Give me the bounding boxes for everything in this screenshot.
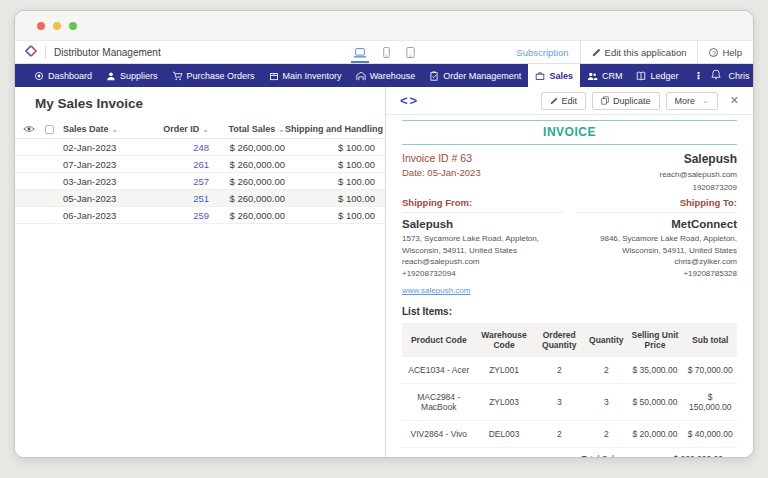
subscription-link[interactable]: Subscription xyxy=(505,41,579,63)
help-button[interactable]: ? Help xyxy=(697,41,753,63)
nav-item-sales[interactable]: Sales xyxy=(528,64,580,87)
cell-sales-date: 02-Jan-2023 xyxy=(63,142,153,153)
desktop-preview-icon[interactable] xyxy=(351,41,369,63)
cell-warehouse-code: ZYL001 xyxy=(476,357,533,384)
invoice-id: Invoice ID # 63 xyxy=(402,152,481,164)
order-id-link[interactable]: 251 xyxy=(153,193,209,204)
cell-warehouse-code: DEL003 xyxy=(476,421,533,448)
shipping-to-label: Shipping To: xyxy=(576,197,737,213)
list-header-row: Sales Date⌄ Order ID⌄ Total Sales⌄ Shipp… xyxy=(15,120,385,139)
col-product-code: Product Code xyxy=(402,323,476,357)
detail-actions: Edit Duplicate More ⌄ ✕ xyxy=(541,92,743,110)
nav-item-dashboard[interactable]: Dashboard xyxy=(27,64,99,87)
order-id-link[interactable]: 257 xyxy=(153,176,209,187)
duplicate-button[interactable]: Duplicate xyxy=(592,92,660,110)
shipping-from-label: Shipping From: xyxy=(402,197,563,213)
notifications-bell-icon[interactable] xyxy=(711,69,721,82)
help-icon: ? xyxy=(709,48,718,57)
shipping-to-block: Shipping To: MetConnect 9846, Sycamore L… xyxy=(576,197,737,297)
sort-caret-icon[interactable]: ⌄ xyxy=(278,125,285,134)
close-detail-icon[interactable]: ✕ xyxy=(724,94,743,107)
app-window: Distributor Management Subscription Edit… xyxy=(14,10,754,458)
table-row[interactable]: 06-Jan-2023 259 $ 260,000.00 $ 100.00 xyxy=(15,207,385,224)
app-logo-icon xyxy=(25,45,37,59)
cell-shipping-charges: $ 100.00 xyxy=(285,159,375,170)
nav-item-ledger[interactable]: Ledger xyxy=(629,64,685,87)
nav-item-purchase-orders[interactable]: Purchase Orders xyxy=(165,64,262,87)
table-row[interactable]: 07-Jan-2023 261 $ 260,000.00 $ 100.00 xyxy=(15,156,385,173)
shipping-to-name: MetConnect xyxy=(576,218,737,230)
shipping-from-phone: +19208732094 xyxy=(402,268,563,280)
edit-application-label: Edit this application xyxy=(605,47,687,58)
invoice-date: Date: 05-Jan-2023 xyxy=(402,167,481,178)
column-header-order-id[interactable]: Order ID⌄ xyxy=(153,124,209,134)
user-name[interactable]: Chris xyxy=(728,71,749,81)
shipping-from-website-link[interactable]: www.salepush.com xyxy=(402,285,470,297)
record-prev-next-icon[interactable]: <> xyxy=(400,93,419,108)
column-header-sales-date[interactable]: Sales Date⌄ xyxy=(63,124,153,134)
eye-icon[interactable] xyxy=(23,125,45,133)
shipping-to-phone: +19208785328 xyxy=(576,268,737,280)
line-items-header-row: Product Code Warehouse Code Ordered Quan… xyxy=(402,323,737,357)
box-icon xyxy=(269,71,279,81)
briefcase-icon xyxy=(535,71,545,81)
pencil-icon xyxy=(550,97,558,105)
order-id-link[interactable]: 261 xyxy=(153,159,209,170)
nav-item-crm[interactable]: CRM xyxy=(580,64,630,87)
sort-caret-icon[interactable]: ⌄ xyxy=(112,125,119,134)
invoice-meta: Invoice ID # 63 Date: 05-Jan-2023 xyxy=(402,152,481,192)
order-id-link[interactable]: 259 xyxy=(153,210,209,221)
table-row[interactable]: 03-Jan-2023 257 $ 260,000.00 $ 100.00 xyxy=(15,173,385,190)
crm-people-icon xyxy=(587,71,598,81)
cell-total-sales: $ 260,000.00 xyxy=(209,159,285,170)
content-area: My Sales Invoice Sales Date⌄ Order ID⌄ T… xyxy=(15,87,753,457)
nav-item-main-inventory[interactable]: Main Inventory xyxy=(262,64,349,87)
line-items-table: Product Code Warehouse Code Ordered Quan… xyxy=(402,323,737,448)
column-header-total-sales[interactable]: Total Sales⌄ xyxy=(209,124,285,134)
nav-label: Warehouse xyxy=(370,71,416,81)
cell-shipping-charges: $ 100.00 xyxy=(285,176,375,187)
sort-caret-icon[interactable]: ⌄ xyxy=(202,125,209,134)
cell-ordered-quantity: 2 xyxy=(532,421,586,448)
nav-item-suppliers[interactable]: Suppliers xyxy=(99,64,165,87)
sales-invoice-list-panel: My Sales Invoice Sales Date⌄ Order ID⌄ T… xyxy=(15,87,385,457)
toolbar-right-actions: Subscription Edit this application ? Hel… xyxy=(505,41,753,63)
nav-user-area: Chris xyxy=(711,64,754,87)
shipping-from-email: reach@salepush.com xyxy=(402,256,563,268)
app-name: Distributor Management xyxy=(54,47,161,58)
table-row[interactable]: 02-Jan-2023 248 $ 260,000.00 $ 100.00 xyxy=(15,139,385,156)
vendor-phone: 1920873209 xyxy=(660,183,738,192)
col-sub-total: Sub total xyxy=(683,323,737,357)
cell-product-code: ACE1034 - Acer xyxy=(402,357,476,384)
mobile-preview-icon[interactable] xyxy=(381,41,392,63)
cell-sales-date: 03-Jan-2023 xyxy=(63,176,153,187)
edit-application-button[interactable]: Edit this application xyxy=(580,41,698,63)
cell-warehouse-code: ZYL003 xyxy=(476,384,533,421)
duplicate-label: Duplicate xyxy=(613,96,651,106)
cell-sub-total: $ 70,000.00 xyxy=(683,357,737,384)
toolbar-divider xyxy=(45,46,46,59)
page-title: My Sales Invoice xyxy=(35,96,385,111)
cell-total-sales: $ 260,000.00 xyxy=(209,210,285,221)
minimize-window-button[interactable] xyxy=(53,22,61,30)
shipping-section: Shipping From: Salepush 1573, Sycamore L… xyxy=(402,197,737,297)
order-id-link[interactable]: 248 xyxy=(153,142,209,153)
select-all-checkbox[interactable] xyxy=(45,125,54,134)
cell-ordered-quantity: 3 xyxy=(532,384,586,421)
tablet-preview-icon[interactable] xyxy=(404,41,417,63)
shipping-from-block: Shipping From: Salepush 1573, Sycamore L… xyxy=(402,197,563,297)
nav-overflow-button[interactable]: ⋮ xyxy=(685,64,711,87)
more-button[interactable]: More ⌄ xyxy=(666,92,718,110)
device-preview-switcher xyxy=(351,41,417,63)
edit-button[interactable]: Edit xyxy=(541,92,587,110)
nav-item-order-management[interactable]: Order Management xyxy=(422,64,528,87)
maximize-window-button[interactable] xyxy=(69,22,77,30)
col-ordered-quantity: Ordered Quantity xyxy=(532,323,586,357)
close-window-button[interactable] xyxy=(37,22,45,30)
total-row: Total Sales $ 260,000.00 xyxy=(402,448,737,457)
table-row-selected[interactable]: 05-Jan-2023 251 $ 260,000.00 $ 100.00 xyxy=(15,190,385,207)
cell-selling-unit-price: $ 20,000.00 xyxy=(627,421,684,448)
list-items-label: List Items: xyxy=(402,306,737,317)
nav-item-warehouse[interactable]: Warehouse xyxy=(349,64,423,87)
vendor-block: Salepush reach@salepush.com 1920873209 xyxy=(660,152,738,192)
